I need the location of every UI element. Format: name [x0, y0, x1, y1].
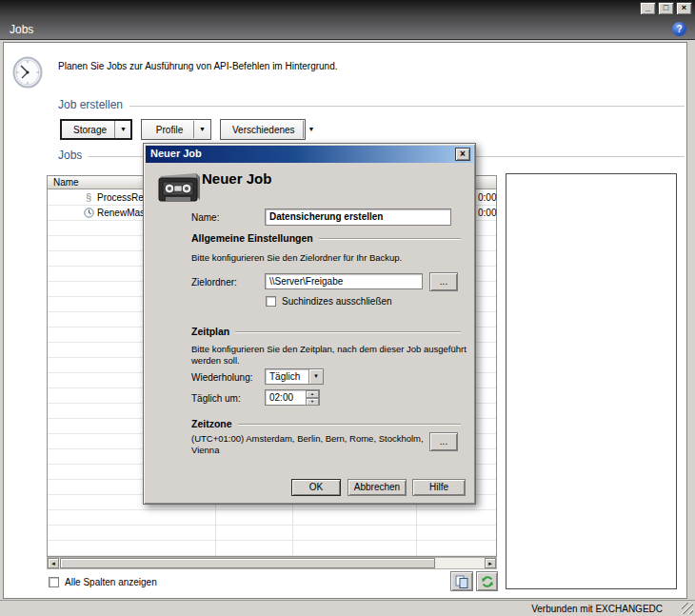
resize-grip[interactable]	[682, 603, 693, 614]
divider	[238, 424, 461, 426]
backup-tape-icon	[156, 169, 202, 209]
recurrence-select[interactable]: Täglich ▼	[265, 368, 324, 385]
statusbar: Verbunden mit EXCHANGEDC	[0, 600, 695, 616]
schedule-section-header: Zeitplan	[191, 326, 461, 337]
chevron-down-icon[interactable]: ▼	[308, 369, 323, 384]
recurrence-value: Täglich	[269, 371, 300, 382]
clock-icon	[83, 207, 94, 219]
chevron-down-icon: ▼	[303, 121, 320, 138]
job-time: 0:00	[478, 208, 496, 218]
app-window: { "icons": { "minimize": "_", "maximize"…	[0, 0, 695, 616]
dialog-heading: Neuer Job	[202, 170, 271, 187]
timezone-value: (UTC+01:00) Amsterdam, Berlin, Bern, Rom…	[191, 433, 427, 456]
divider	[235, 331, 461, 333]
profile-dropdown-label: Profile	[142, 125, 193, 135]
exclude-search-indexes-label: Suchindizes ausschließen	[282, 296, 392, 307]
horizontal-scrollbar[interactable]: ◄ ►	[47, 557, 497, 569]
schedule-description: Bitte konfigurieren Sie den Zeitplan, na…	[191, 344, 470, 367]
window-titlebar[interactable]: _ □ ×	[0, 0, 695, 18]
minimize-button[interactable]: _	[640, 2, 656, 15]
daily-time-spinner[interactable]: 02:00 ▲ ▼	[265, 389, 320, 406]
new-job-dialog: Neuer Job × Neuer Job Name: Datensicheru…	[143, 143, 476, 505]
spinner-buttons: ▲ ▼	[306, 390, 319, 405]
jobs-section-title: Jobs	[58, 149, 82, 162]
chevron-down-icon: ▼	[114, 121, 131, 138]
help-button[interactable]: Hilfe	[412, 479, 466, 496]
page-title: Jobs	[10, 23, 33, 36]
connection-status: Verbunden mit EXCHANGEDC	[531, 604, 663, 614]
page-banner: Jobs ?	[0, 18, 695, 40]
exclude-search-indexes-checkbox[interactable]	[266, 296, 276, 307]
scroll-left-icon[interactable]: ◄	[48, 558, 59, 568]
show-all-columns-row: Alle Spalten anzeigen	[49, 577, 157, 587]
ok-button[interactable]: OK	[291, 479, 341, 496]
exclude-search-indexes-row: Suchindizes ausschließen	[266, 296, 392, 307]
divider	[319, 238, 461, 240]
name-label: Name:	[191, 212, 219, 223]
scroll-right-icon[interactable]: ►	[485, 558, 496, 568]
profile-dropdown-button[interactable]: Profile ▼	[141, 119, 211, 140]
show-all-columns-label: Alle Spalten anzeigen	[65, 577, 157, 587]
general-description: Bitte konfigurieren Sie den Zielordner f…	[191, 252, 467, 264]
maximize-button[interactable]: □	[658, 2, 674, 15]
window-controls: _ □ ×	[640, 2, 692, 15]
divider	[129, 106, 685, 107]
page-description: Planen Sie Jobs zur Ausführung von API-B…	[58, 61, 338, 71]
create-button-row: Storage ▼ Profile ▼ Verschiedenes ▼	[60, 119, 306, 140]
spin-down-icon[interactable]: ▼	[306, 398, 319, 406]
storage-dropdown-label: Storage	[62, 125, 114, 135]
copy-button[interactable]	[450, 571, 473, 591]
dialog-title: Neuer Job	[150, 148, 202, 159]
timezone-section-header: Zeitzone	[191, 418, 461, 429]
close-button[interactable]: ×	[676, 2, 692, 15]
timezone-section-title: Zeitzone	[191, 418, 232, 429]
general-section-title: Allgemeine Einstellungen	[191, 232, 313, 244]
jobs-clock-icon	[12, 56, 43, 89]
create-section-header: Job erstellen	[58, 98, 685, 111]
spin-up-icon[interactable]: ▲	[306, 390, 319, 398]
job-time: 0:00	[478, 192, 496, 203]
recurrence-label: Wiederholung:	[191, 372, 252, 383]
show-all-columns-checkbox[interactable]	[49, 577, 59, 587]
dialog-titlebar[interactable]: Neuer Job ×	[146, 146, 473, 163]
retention-policy-icon: §	[83, 191, 94, 204]
refresh-button[interactable]	[476, 571, 498, 591]
chevron-down-icon: ▼	[193, 121, 210, 138]
browse-timezone-button[interactable]: ...	[429, 432, 458, 451]
schedule-section-title: Zeitplan	[191, 326, 229, 337]
target-folder-label: Zielordner:	[191, 277, 237, 288]
daily-time-label: Täglich um:	[191, 393, 241, 404]
refresh-icon	[481, 575, 494, 588]
cancel-button[interactable]: Abbrechen	[348, 479, 407, 496]
storage-dropdown-button[interactable]: Storage ▼	[60, 119, 132, 140]
general-section-header: Allgemeine Einstellungen	[191, 232, 461, 244]
misc-dropdown-button[interactable]: Verschiedenes ▼	[220, 119, 306, 140]
daily-time-value: 02:00	[269, 392, 293, 403]
detail-panel	[506, 173, 677, 589]
dialog-close-icon[interactable]: ×	[455, 148, 470, 161]
copy-icon	[455, 575, 469, 588]
scrollbar-thumb[interactable]	[60, 558, 435, 568]
create-section-title: Job erstellen	[58, 98, 123, 111]
misc-dropdown-label: Verschiedenes	[221, 125, 303, 135]
target-folder-input[interactable]: \\Server\Freigabe	[265, 273, 423, 289]
name-input[interactable]: Datensicherung erstellen	[265, 209, 451, 226]
help-icon[interactable]: ?	[672, 22, 686, 36]
browse-target-button[interactable]: ...	[429, 272, 458, 291]
